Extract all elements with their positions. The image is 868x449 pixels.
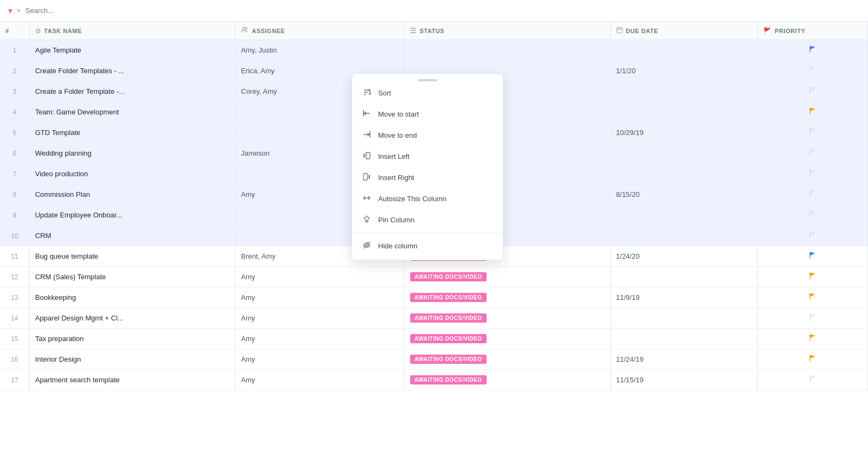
row-due xyxy=(610,267,757,287)
row-task[interactable]: Apparel Design Mgmt + Cl... xyxy=(29,308,235,329)
row-due: 8/15/20 xyxy=(610,184,757,205)
row-priority xyxy=(757,246,867,267)
row-due: 11/24/19 xyxy=(610,349,757,370)
status-badge: AWAITING DOCS/VIDEO xyxy=(410,355,487,364)
priority-flag-icon xyxy=(809,149,816,156)
row-task[interactable]: Create Folder Templates - ... xyxy=(29,61,235,81)
row-priority xyxy=(757,102,867,123)
table-wrap: # ⊙ TASK NAME xyxy=(0,22,868,449)
row-num: 8 xyxy=(0,184,29,205)
col-header-status[interactable]: ☰ STATUS xyxy=(405,22,611,40)
pin-icon xyxy=(362,215,372,225)
table-row[interactable]: 13BookkeepingAmyAWAITING DOCS/VIDEO11/9/… xyxy=(0,287,868,308)
row-task[interactable]: Bookkeeping xyxy=(29,287,235,308)
priority-flag-icon xyxy=(809,375,816,383)
row-num: 16 xyxy=(0,349,29,370)
table-row[interactable]: 1Agile TemplateAmy, Justin xyxy=(0,40,868,61)
menu-item-pin-column[interactable]: Pin Column xyxy=(352,209,503,230)
assignee-col-icon xyxy=(241,26,248,35)
row-task[interactable]: Commission Plan xyxy=(29,184,235,205)
row-due xyxy=(610,329,757,349)
menu-insert-right-label: Insert Right xyxy=(378,174,414,182)
col-header-task[interactable]: ⊙ TASK NAME xyxy=(29,22,235,40)
priority-flag-icon xyxy=(809,107,816,115)
row-num: 6 xyxy=(0,143,29,164)
priority-flag-icon xyxy=(809,231,816,239)
menu-item-hide-column[interactable]: Hide column xyxy=(352,235,503,256)
table-row[interactable]: 14Apparel Design Mgmt + Cl...AmyAWAITING… xyxy=(0,308,868,329)
svg-rect-13 xyxy=(366,152,370,159)
row-status: AWAITING DOCS/VIDEO xyxy=(405,308,611,329)
menu-item-move-end[interactable]: Move to end xyxy=(352,125,503,146)
row-status: AWAITING DOCS/VIDEO xyxy=(405,287,611,308)
priority-flag-icon xyxy=(809,293,816,300)
row-priority xyxy=(757,40,867,61)
col-num-label: # xyxy=(5,28,9,34)
row-num: 5 xyxy=(0,123,29,143)
row-num: 9 xyxy=(0,205,29,226)
row-priority xyxy=(757,81,867,102)
col-header-due[interactable]: DUE DATE xyxy=(610,22,757,40)
row-num: 10 xyxy=(0,226,29,246)
menu-item-insert-left[interactable]: Insert Left xyxy=(352,146,503,167)
row-num: 4 xyxy=(0,102,29,123)
priority-flag-icon xyxy=(809,334,816,342)
row-due: 10/29/19 xyxy=(610,123,757,143)
status-badge: AWAITING DOCS/VIDEO xyxy=(410,272,487,281)
table-row[interactable]: 16Interior DesignAmyAWAITING DOCS/VIDEO1… xyxy=(0,349,868,370)
status-badge: AWAITING DOCS/VIDEO xyxy=(410,313,487,323)
menu-pin-label: Pin Column xyxy=(378,216,414,224)
priority-flag-icon xyxy=(809,128,816,136)
row-assignee: Amy xyxy=(235,308,405,329)
row-due xyxy=(610,308,757,329)
row-status: AWAITING DOCS/VIDEO xyxy=(405,349,611,370)
table-header: # ⊙ TASK NAME xyxy=(0,22,868,40)
row-status xyxy=(405,40,611,61)
col-assignee-label: ASSIGNEE xyxy=(252,28,285,34)
col-header-priority[interactable]: 🚩 PRIORITY xyxy=(757,22,867,40)
col-status-label: STATUS xyxy=(420,28,445,34)
row-task[interactable]: Update Employee Onboar... xyxy=(29,205,235,226)
row-task[interactable]: Team: Game Development xyxy=(29,102,235,123)
table-row[interactable]: 17Apartment search templateAmyAWAITING D… xyxy=(0,370,868,390)
row-task[interactable]: Create a Folder Template -... xyxy=(29,81,235,102)
row-task[interactable]: Interior Design xyxy=(29,349,235,370)
row-due xyxy=(610,40,757,61)
task-col-icon: ⊙ xyxy=(35,27,41,35)
menu-item-insert-right[interactable]: Insert Right xyxy=(352,167,503,188)
sort-icon xyxy=(362,88,372,98)
row-priority xyxy=(757,143,867,164)
col-task-label: TASK NAME xyxy=(44,28,82,34)
col-header-assignee[interactable]: ASSIGNEE xyxy=(235,22,405,40)
search-bar: ▼ ▾ xyxy=(0,0,868,22)
menu-autosize-label: Autosize This Column xyxy=(378,195,446,203)
insert-right-icon xyxy=(362,172,372,183)
row-task[interactable]: CRM (Sales) Template xyxy=(29,267,235,287)
menu-item-autosize[interactable]: Autosize This Column xyxy=(352,188,503,209)
row-priority xyxy=(757,308,867,329)
table-row[interactable]: 15Tax preparationAmyAWAITING DOCS/VIDEO xyxy=(0,329,868,349)
svg-point-1 xyxy=(245,28,247,30)
row-task[interactable]: GTD Template xyxy=(29,123,235,143)
row-task[interactable]: Video production xyxy=(29,164,235,184)
row-assignee: Amy, Justin xyxy=(235,40,405,61)
row-task[interactable]: Wedding planning xyxy=(29,143,235,164)
table-row[interactable]: 12CRM (Sales) TemplateAmyAWAITING DOCS/V… xyxy=(0,267,868,287)
row-assignee: Amy xyxy=(235,329,405,349)
priority-flag-icon xyxy=(809,169,816,177)
row-task[interactable]: Bug queue template xyxy=(29,246,235,267)
menu-item-sort[interactable]: Sort xyxy=(352,82,503,104)
move-start-icon xyxy=(362,109,372,119)
search-input[interactable] xyxy=(25,7,861,15)
row-task[interactable]: Tax preparation xyxy=(29,329,235,349)
row-due xyxy=(610,226,757,246)
row-due xyxy=(610,164,757,184)
row-task[interactable]: Apartment search template xyxy=(29,370,235,390)
filter-icon[interactable]: ▼ xyxy=(7,7,14,15)
row-task[interactable]: CRM xyxy=(29,226,235,246)
row-due xyxy=(610,205,757,226)
menu-item-move-start[interactable]: Move to start xyxy=(352,104,503,125)
row-task[interactable]: Agile Template xyxy=(29,40,235,61)
col-header-num[interactable]: # xyxy=(0,22,29,40)
row-priority xyxy=(757,61,867,81)
